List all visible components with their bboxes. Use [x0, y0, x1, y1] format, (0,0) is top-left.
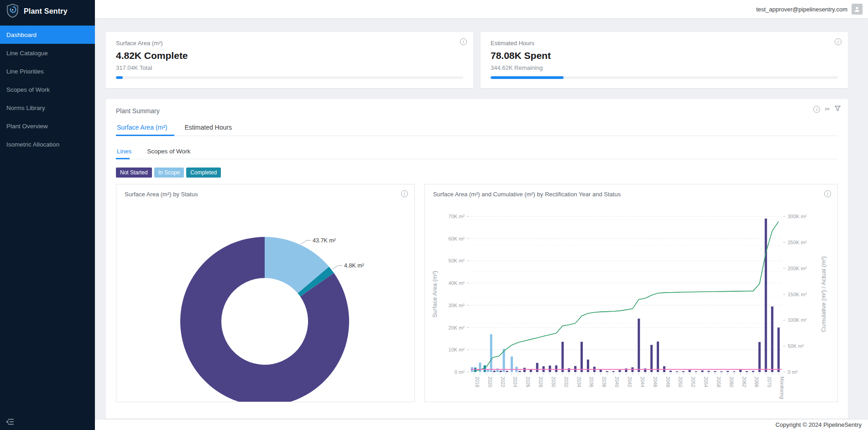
tab-estimated-hours[interactable]: Estimated Hours: [183, 121, 232, 136]
subtab-scopes-of-work[interactable]: Scopes of Work: [146, 146, 191, 159]
svg-text:0 m²: 0 m²: [455, 369, 465, 375]
svg-text:2028: 2028: [538, 377, 544, 388]
copyright-text: Copyright © 2024 PipelineSentry: [775, 421, 862, 428]
svg-text:2034: 2034: [576, 377, 582, 388]
svg-text:2060: 2060: [729, 377, 734, 388]
svg-text:2052: 2052: [690, 377, 696, 388]
app-title: Plant Sentry: [24, 7, 68, 16]
svg-text:300K m²: 300K m²: [788, 214, 807, 219]
svg-text:2044: 2044: [640, 377, 645, 388]
svg-text:2030: 2030: [551, 377, 556, 388]
kpi-card-surface-area: Surface Area (m²) 4.82K Complete 317.04K…: [106, 32, 473, 88]
donut-chart[interactable]: 43.7K m²4.8K m²: [116, 184, 414, 402]
sidebar-item-dashboard[interactable]: Dashboard: [0, 26, 95, 44]
svg-text:2020: 2020: [487, 377, 493, 388]
svg-text:2058: 2058: [716, 377, 722, 388]
combo-chart[interactable]: 0 m²10K m²20K m²30K m²40K m²50K m²60K m²…: [425, 184, 838, 402]
svg-text:43.7K m²: 43.7K m²: [313, 237, 336, 244]
summary-subtabs: Lines Scopes of Work: [116, 146, 838, 159]
page-footer: Copyright © 2024 PipelineSentry: [95, 419, 868, 430]
svg-text:20K m²: 20K m²: [449, 325, 465, 330]
sidebar-item-plant-overview[interactable]: Plant Overview: [0, 117, 95, 135]
info-icon[interactable]: i: [401, 190, 408, 197]
svg-text:0 m²: 0 m²: [788, 369, 798, 375]
tab-surface-area[interactable]: Surface Area (m²): [116, 121, 168, 136]
kpi-row: Surface Area (m²) 4.82K Complete 317.04K…: [106, 32, 848, 88]
legend-badge-not-started[interactable]: Not Started: [116, 168, 152, 178]
kpi-progress-fill: [491, 76, 564, 79]
scissors-icon[interactable]: ✂: [825, 105, 830, 113]
svg-text:Surface Area (m²): Surface Area (m²): [431, 271, 438, 318]
svg-text:150K m²: 150K m²: [788, 292, 807, 297]
svg-text:2066: 2066: [754, 377, 759, 388]
kpi-label: Surface Area (m²): [116, 40, 463, 47]
svg-text:2036: 2036: [589, 377, 594, 388]
kpi-progress-track: [116, 76, 463, 79]
kpi-value: 78.08K Spent: [491, 50, 838, 61]
info-icon[interactable]: i: [813, 106, 820, 113]
filter-icon[interactable]: [835, 105, 841, 113]
svg-text:10K m²: 10K m²: [449, 347, 465, 352]
plant-summary-toolbar: i ✂: [813, 105, 841, 113]
svg-text:2048: 2048: [665, 377, 671, 388]
plant-summary-title: Plant Summary: [116, 107, 838, 115]
svg-text:2046: 2046: [653, 377, 658, 388]
kpi-subvalue: 317.04K Total: [116, 64, 463, 71]
donut-chart-panel: Surface Area (m²) by Status i 43.7K m²4.…: [116, 184, 415, 402]
svg-text:30K m²: 30K m²: [449, 303, 465, 308]
kpi-progress-fill: [116, 76, 123, 79]
svg-text:2054: 2054: [703, 377, 709, 388]
combo-chart-title: Surface Area (m²) and Cumulative (m²) by…: [433, 191, 621, 198]
person-icon[interactable]: [852, 4, 863, 15]
svg-text:2038: 2038: [601, 377, 607, 388]
svg-text:200K m²: 200K m²: [788, 266, 807, 271]
kpi-label: Estimated Hours: [491, 40, 838, 47]
svg-text:50K m²: 50K m²: [449, 258, 465, 263]
svg-text:2024: 2024: [512, 377, 518, 388]
svg-text:60K m²: 60K m²: [449, 236, 465, 241]
summary-tabs: Surface Area (m²) Estimated Hours: [116, 121, 838, 136]
svg-text:50K m²: 50K m²: [788, 343, 804, 349]
donut-chart-title: Surface Area (m²) by Status: [125, 191, 198, 198]
top-header: test_approver@pipelinesentry.com: [95, 0, 868, 18]
sidebar-item-line-catalogue[interactable]: Line Catalogue: [0, 44, 95, 62]
svg-text:2032: 2032: [564, 377, 569, 388]
sidebar-item-line-priorities[interactable]: Line Priorities: [0, 62, 95, 80]
info-icon[interactable]: i: [824, 190, 831, 197]
charts-row: Surface Area (m²) by Status i 43.7K m²4.…: [116, 184, 838, 402]
main-column: test_approver@pipelinesentry.com Surface…: [95, 0, 868, 430]
kpi-value: 4.82K Complete: [116, 50, 463, 61]
kpi-progress-track: [491, 76, 838, 79]
svg-text:2062: 2062: [742, 377, 747, 388]
svg-text:Cumulative (m²) / Actual (m²): Cumulative (m²) / Actual (m²): [820, 256, 827, 332]
info-icon[interactable]: i: [460, 38, 467, 45]
svg-text:2050: 2050: [678, 377, 683, 388]
app-root: Plant Sentry Dashboard Line Catalogue Li…: [0, 0, 868, 430]
svg-text:Monitoring: Monitoring: [779, 377, 785, 399]
app-logo: Plant Sentry: [0, 0, 95, 23]
sidebar-nav: Dashboard Line Catalogue Line Priorities…: [0, 26, 95, 153]
svg-text:2040: 2040: [614, 377, 620, 388]
sidebar: Plant Sentry Dashboard Line Catalogue Li…: [0, 0, 95, 430]
user-email[interactable]: test_approver@pipelinesentry.com: [756, 6, 847, 13]
subtab-lines[interactable]: Lines: [116, 146, 132, 159]
combo-chart-panel: Surface Area (m²) and Cumulative (m²) by…: [424, 184, 838, 402]
sidebar-item-norms-library[interactable]: Norms Library: [0, 99, 95, 117]
svg-text:2026: 2026: [525, 377, 531, 388]
legend-badge-completed[interactable]: Completed: [186, 168, 221, 178]
svg-text:2070: 2070: [767, 377, 772, 388]
sidebar-item-scopes-of-work[interactable]: Scopes of Work: [0, 80, 95, 99]
svg-text:2042: 2042: [627, 377, 633, 388]
svg-text:100K m²: 100K m²: [788, 317, 807, 323]
collapse-sidebar-icon[interactable]: [6, 418, 14, 427]
legend-badge-in-scope[interactable]: In Scope: [154, 168, 184, 178]
kpi-subvalue: 344.62K Remaining: [491, 64, 838, 71]
shield-icon: [6, 4, 19, 20]
info-icon[interactable]: i: [835, 38, 842, 45]
svg-text:40K m²: 40K m²: [449, 280, 465, 286]
plant-summary-card: Plant Summary i ✂ Surface Area (m²) Esti…: [106, 99, 848, 419]
svg-text:4.8K m²: 4.8K m²: [344, 262, 364, 269]
sidebar-item-isometric-allocation[interactable]: Isometric Allocation: [0, 135, 95, 153]
kpi-card-estimated-hours: Estimated Hours 78.08K Spent 344.62K Rem…: [481, 32, 848, 88]
status-legend: Not Started In Scope Completed: [116, 168, 838, 178]
